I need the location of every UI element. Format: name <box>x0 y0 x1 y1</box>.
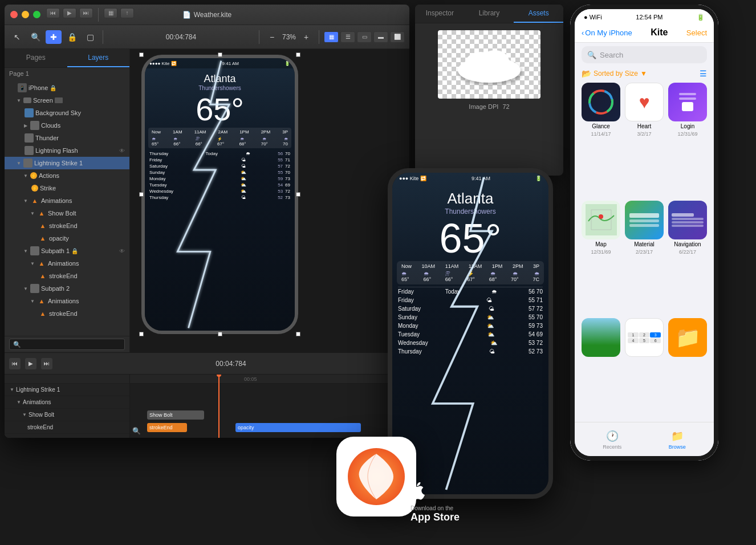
file-item-cal[interactable]: 1 2 3 4 5 6 <box>625 318 664 420</box>
file-item-login[interactable]: Login 12/31/69 <box>668 83 707 196</box>
file-item-heart[interactable]: ♥ Heart 3/2/17 <box>625 83 664 196</box>
svg-point-3 <box>492 59 515 76</box>
clip-showbolt[interactable]: Show Bolt <box>147 410 204 420</box>
files-list-toggle[interactable]: ☰ <box>700 69 707 78</box>
tab-recents[interactable]: 🕐 Recents <box>603 429 621 450</box>
layer-actions[interactable]: ▼ ⚡ Actions <box>5 169 129 182</box>
layer-animations3[interactable]: ▼ ▲ Animations <box>5 295 129 307</box>
handle-mr[interactable] <box>296 192 300 197</box>
canvas-area[interactable]: ●●●● Kite 🔁 9:41 AM 🔋 <box>130 49 409 352</box>
zoom-tool[interactable]: 🔍 <box>27 30 43 44</box>
files-sort-button[interactable]: 📂 Sorted by Size ▼ <box>582 69 647 78</box>
inspector-body: Image DPI 72 <box>415 23 563 117</box>
layer-stroke-end1[interactable]: ▲ strokeEnd <box>5 219 129 232</box>
tab-library[interactable]: Library <box>465 5 514 23</box>
tl-layer-1[interactable]: ▼ Lightning Strike 1 <box>5 384 129 396</box>
files-select-button[interactable]: Select <box>686 29 707 37</box>
tl-layer-2[interactable]: ▼ Animations <box>5 396 129 409</box>
view-btn-1[interactable]: ▦ <box>324 31 339 43</box>
layer-animations[interactable]: ▼ ▲ Animations <box>5 194 129 207</box>
view-btn-5[interactable]: ⬜ <box>390 31 405 43</box>
anim3-icon: ▲ <box>37 296 46 306</box>
layer-search-input[interactable] <box>9 339 125 350</box>
tl-play-btn[interactable]: ▶ <box>25 358 36 369</box>
apple-logo-svg <box>410 482 428 503</box>
file-date-heart: 3/2/17 <box>637 131 651 137</box>
handle-bl[interactable] <box>139 332 144 336</box>
fast-forward-button[interactable]: ⏭ <box>79 8 93 18</box>
layer-background-sky[interactable]: Background Sky <box>5 107 129 119</box>
maximize-button[interactable] <box>33 11 40 18</box>
layer-show-bolt[interactable]: ▼ ▲ Show Bolt <box>5 207 129 219</box>
file-item-sky[interactable] <box>582 318 620 420</box>
tl-layer-3[interactable]: ▼ Show Bolt <box>5 409 129 421</box>
file-item-material[interactable]: Material 2/23/17 <box>625 201 664 314</box>
playhead[interactable] <box>218 375 220 438</box>
layer-strike[interactable]: ⚡ Strike <box>5 182 129 194</box>
handle-tm[interactable] <box>218 52 222 57</box>
export-btn[interactable]: ↑ <box>120 8 134 18</box>
tab-layers[interactable]: Layers <box>67 49 130 67</box>
eye-icon[interactable]: 👁 <box>119 148 125 154</box>
layer-subpath2[interactable]: ▼ Subpath 2 <box>5 282 129 295</box>
layer-clouds[interactable]: ▶ Clouds <box>5 119 129 132</box>
timeline-tracks[interactable]: 00:05 Show Bolt strokeEnd opacity <box>130 375 409 438</box>
file-item-map[interactable]: Map 12/31/69 <box>582 201 620 314</box>
tab-assets[interactable]: Assets <box>514 5 563 23</box>
handle-bm[interactable] <box>218 332 222 336</box>
layout-btn[interactable]: ▦ <box>104 8 117 18</box>
view-btn-3[interactable]: ▭ <box>357 31 372 43</box>
layer-screen[interactable]: ▼ Screen <box>5 94 129 107</box>
clip-opacity[interactable]: opacity <box>235 423 361 432</box>
tab-browse[interactable]: 📁 Browse <box>669 429 686 450</box>
tl-end-btn[interactable]: ⏭ <box>41 358 52 369</box>
tab-pages[interactable]: Pages <box>5 49 67 67</box>
zoom-out-btn[interactable]: − <box>264 30 280 44</box>
layer-animations2[interactable]: ▼ ▲ Animations <box>5 257 129 270</box>
pan-tool[interactable]: ✚ <box>46 30 62 44</box>
select-tool[interactable]: ↖ <box>9 30 25 44</box>
view-btn-2[interactable]: ☰ <box>340 31 355 43</box>
tab-inspector[interactable]: Inspector <box>415 5 465 23</box>
showbolt-icon: ▲ <box>37 209 46 218</box>
files-sort-row: 📂 Sorted by Size ▼ ☰ <box>575 67 714 80</box>
handle-tr[interactable] <box>296 52 300 57</box>
cloud-image <box>449 39 529 90</box>
layer-subpath1[interactable]: ▼ Subpath 1 🔒 👁 <box>5 245 129 257</box>
lock-tool[interactable]: 🔒 <box>64 30 80 44</box>
tl-layer-4[interactable]: strokeEnd <box>5 421 129 434</box>
close-button[interactable] <box>10 11 18 18</box>
clouds-icon <box>30 121 39 130</box>
phone-frame: ●●●● Kite 🔁 9:41 AM 🔋 <box>141 55 298 334</box>
layer-stroke-end2[interactable]: ▲ strokeEnd <box>5 270 129 282</box>
handle-br[interactable] <box>296 332 300 336</box>
eye2-icon[interactable]: 👁 <box>119 248 125 254</box>
handle-ml[interactable] <box>139 192 144 197</box>
zoom-in-btn[interactable]: + <box>298 30 314 44</box>
file-item-navigation[interactable]: Navigation 6/22/17 <box>668 201 707 314</box>
flash-icon <box>25 146 34 155</box>
layer-iphone[interactable]: 📱 iPhone 🔒 <box>5 82 129 94</box>
sep3 <box>319 30 319 44</box>
layer-stroke-end3[interactable]: ▲ strokeEnd <box>5 307 129 320</box>
clip-strokeend[interactable]: strokeEnd <box>147 423 187 432</box>
file-item-glance[interactable]: Glance 11/14/17 <box>582 83 620 196</box>
file-item-folder[interactable]: 📁 <box>668 318 707 420</box>
files-back-button[interactable]: ‹ On My iPhone <box>582 29 632 37</box>
file-thumb-navigation <box>668 201 707 239</box>
window-title: 📄 Weather.kite <box>182 11 231 19</box>
handle-tl[interactable] <box>139 52 144 57</box>
minimize-button[interactable] <box>22 11 29 18</box>
play-button[interactable]: ▶ <box>63 8 76 18</box>
view-btn-4[interactable]: ▬ <box>373 31 388 43</box>
rewind-button[interactable]: ⏮ <box>46 8 60 18</box>
tl-start-btn[interactable]: ⏮ <box>9 358 21 369</box>
layer-lightning-strike[interactable]: ▼ Lightning Strike 1 <box>5 157 129 169</box>
layer-opacity[interactable]: ▲ opacity <box>5 232 129 245</box>
layer-lightning-flash[interactable]: Lightning Flash 👁 <box>5 144 129 157</box>
files-search-bar[interactable]: 🔍 Search <box>582 46 707 63</box>
frame-tool[interactable]: ▢ <box>82 30 98 44</box>
forecast-row-7: Wednesday ⛅ 5372 <box>149 188 290 194</box>
layer-thunder[interactable]: Thunder <box>5 132 129 144</box>
kite-logo <box>336 437 416 516</box>
